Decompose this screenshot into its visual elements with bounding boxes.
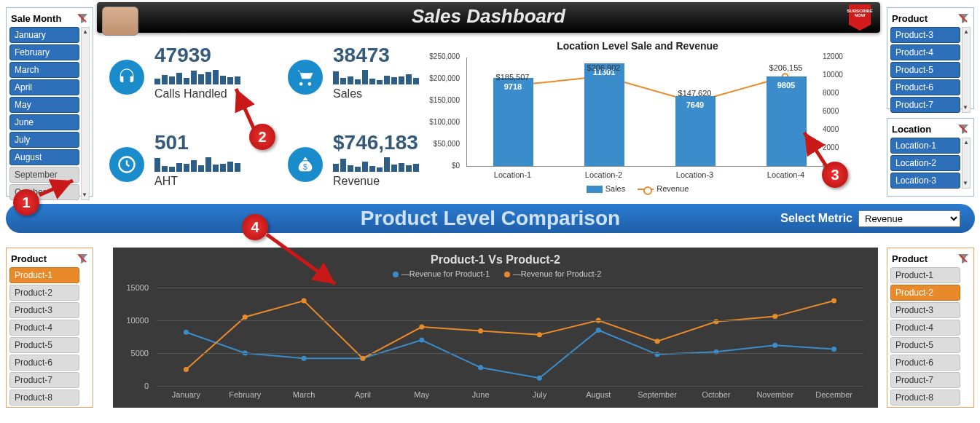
slicer-item[interactable]: September — [9, 167, 79, 183]
chart-title: Product-1 Vs Product-2 — [113, 248, 878, 266]
chart-title: Location Level Sale and Revenue — [426, 40, 849, 52]
svg-point-13 — [596, 328, 601, 333]
slicer-item[interactable]: March — [9, 62, 79, 78]
slicer-item[interactable]: Product-7 — [9, 372, 79, 388]
kpi-sales: 38473 Sales — [288, 44, 426, 109]
scrollbar[interactable]: ▲▼ — [81, 27, 90, 200]
slicer-item[interactable]: Product-7 — [890, 372, 960, 388]
slicer-title: Product — [892, 13, 928, 24]
avatar — [102, 7, 138, 36]
slicer-item[interactable]: Product-4 — [890, 44, 960, 60]
x-tick: December — [815, 390, 852, 399]
clear-filter-icon[interactable] — [77, 12, 88, 24]
kpi-value: 47939 — [154, 44, 211, 67]
bar: 9718 — [493, 78, 533, 166]
clear-filter-icon[interactable] — [957, 12, 969, 24]
metric-select[interactable]: Revenue — [858, 210, 960, 227]
slicer-item[interactable]: Product-8 — [9, 390, 79, 406]
slicer-item[interactable]: Product-2 — [9, 285, 79, 301]
x-tick: Location-2 — [585, 170, 622, 179]
svg-point-19 — [243, 315, 248, 320]
slicer-item[interactable]: April — [9, 79, 79, 95]
data-label: $185,507 — [496, 73, 530, 82]
bar: 7649 — [675, 96, 716, 166]
kpi-revenue: $ $746,183 Revenue — [288, 131, 426, 197]
slicer-item[interactable]: Product-1 — [890, 267, 960, 283]
legend-revenue: Revenue — [656, 184, 689, 193]
legend-series-1: Revenue for Product-1 — [409, 269, 490, 278]
x-tick: Location-3 — [676, 170, 713, 179]
kpi-label: Calls Handled — [154, 87, 227, 100]
x-tick: January — [172, 390, 200, 399]
callout-3: 3 — [822, 162, 848, 188]
svg-point-20 — [302, 299, 307, 304]
slicer-item[interactable]: Product-6 — [890, 79, 960, 95]
x-tick: June — [472, 390, 490, 399]
clear-filter-icon[interactable] — [957, 123, 969, 135]
slicer-item[interactable]: Product-6 — [890, 355, 960, 371]
slicer-location[interactable]: Location ▲▼ Location-1Location-2Location… — [887, 118, 974, 197]
section-bar-product-comparison: Product Level Comparison Select Metric R… — [6, 204, 975, 233]
slicer-item[interactable]: Product-6 — [9, 355, 79, 371]
slicer-item[interactable]: May — [9, 97, 79, 113]
clear-filter-icon[interactable] — [957, 253, 969, 264]
slicer-item[interactable]: Product-2 — [890, 285, 960, 301]
slicer-item[interactable]: February — [9, 44, 79, 60]
slicer-item[interactable]: January — [9, 27, 79, 43]
sparkline — [333, 157, 419, 172]
x-tick: November — [756, 390, 793, 399]
x-tick: Location-1 — [494, 170, 531, 179]
slicer-item[interactable]: Product-4 — [9, 320, 79, 336]
slicer-item[interactable]: Product-5 — [890, 337, 960, 353]
slicer-sale-month[interactable]: Sale Month ▲▼ JanuaryFebruaryMarchAprilM… — [6, 7, 93, 197]
svg-point-12 — [537, 376, 542, 381]
sparkline — [333, 70, 419, 84]
cart-icon — [288, 60, 323, 95]
slicer-item[interactable]: Product-4 — [890, 320, 960, 336]
slicer-item[interactable]: June — [9, 114, 79, 130]
scrollbar[interactable]: ▲▼ — [962, 138, 971, 189]
slicer-item[interactable]: Product-7 — [890, 97, 960, 113]
svg-text:$: $ — [303, 162, 307, 171]
callout-2: 2 — [249, 124, 275, 150]
svg-point-28 — [772, 314, 777, 319]
bar: 9805 — [767, 76, 807, 166]
x-tick: October — [702, 390, 730, 399]
svg-point-21 — [360, 356, 365, 361]
slicer-product-right[interactable]: Product Product-1Product-2Product-3Produ… — [887, 248, 974, 408]
slicer-product-top[interactable]: Product ▲▼ Product-3Product-4Product-5Pr… — [887, 7, 974, 109]
x-tick: March — [293, 390, 315, 399]
slicer-product-left[interactable]: Product Product-1Product-2Product-3Produ… — [6, 248, 93, 408]
scrollbar[interactable]: ▲▼ — [962, 27, 971, 113]
bar: 11301 — [584, 63, 624, 166]
slicer-item[interactable]: July — [9, 132, 79, 148]
slicer-item[interactable]: Product-8 — [890, 390, 960, 406]
slicer-title: Sale Month — [11, 13, 61, 24]
slicer-item[interactable]: Product-3 — [890, 302, 960, 318]
slicer-item[interactable]: Product-5 — [9, 337, 79, 353]
moneybag-icon: $ — [288, 147, 323, 182]
svg-point-23 — [478, 328, 483, 333]
kpi-label: AHT — [154, 175, 178, 188]
svg-point-6 — [184, 330, 189, 335]
slicer-item[interactable]: Product-1 — [9, 267, 79, 283]
clear-filter-icon[interactable] — [77, 253, 88, 264]
dashboard-title-bar: Sales Dashboard — [97, 2, 880, 33]
slicer-item[interactable]: Product-3 — [890, 27, 960, 43]
subscribe-ribbon[interactable]: SUBSCRIBENOW — [843, 4, 877, 32]
slicer-item[interactable]: Location-3 — [890, 173, 960, 189]
slicer-title: Product — [11, 253, 47, 264]
slicer-item[interactable]: Location-2 — [890, 155, 960, 171]
kpi-aht: 501 AHT — [109, 131, 262, 197]
slicer-item[interactable]: August — [9, 149, 79, 165]
data-label: $206,155 — [769, 63, 803, 72]
slicer-item[interactable]: Location-1 — [890, 138, 960, 154]
callout-1: 1 — [13, 189, 39, 216]
headset-icon — [109, 60, 144, 95]
svg-point-10 — [419, 338, 424, 343]
x-tick: Location-4 — [767, 170, 804, 179]
slicer-item[interactable]: Product-5 — [890, 62, 960, 78]
legend-series-2: Revenue for Product-2 — [521, 269, 602, 278]
kpi-value: 38473 — [333, 44, 390, 67]
slicer-item[interactable]: Product-3 — [9, 302, 79, 318]
